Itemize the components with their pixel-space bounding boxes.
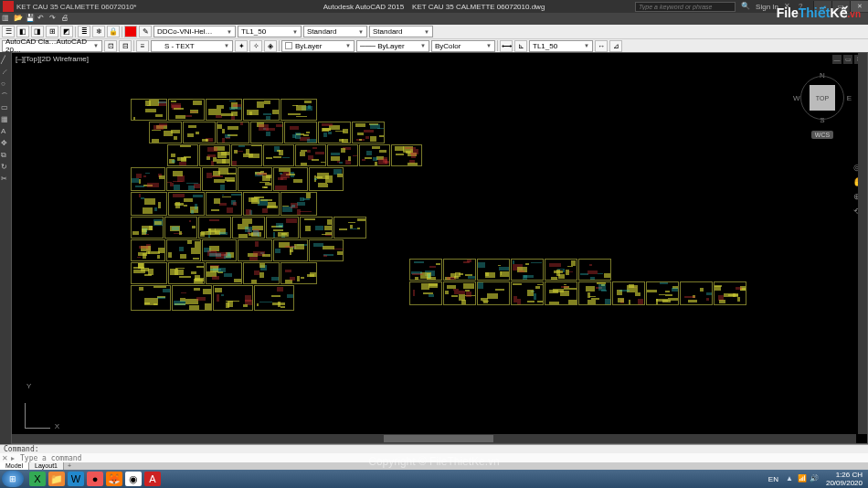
taskbar-autocad-icon[interactable]: A: [144, 472, 161, 486]
drawing-sheet: [281, 192, 317, 216]
tool-icon[interactable]: ⊡: [104, 40, 117, 52]
tool-icon[interactable]: ☰: [2, 26, 15, 37]
tray-network-icon[interactable]: 📶: [798, 474, 807, 483]
drawing-sheet: [352, 122, 385, 143]
layer-props-icon[interactable]: ≡: [136, 40, 149, 52]
taskbar-explorer-icon[interactable]: 📁: [48, 472, 65, 486]
command-input[interactable]: [20, 454, 203, 462]
hatch-tool-icon[interactable]: ▦: [1, 115, 10, 124]
vp-maximize-icon[interactable]: ▭: [843, 55, 852, 64]
polyline-tool-icon[interactable]: ⟋: [1, 68, 10, 77]
taskbar-chrome-icon[interactable]: ◉: [125, 472, 142, 486]
help-search-input[interactable]: [635, 2, 736, 12]
layer-icon[interactable]: ≣: [78, 26, 90, 37]
qat-undo-icon[interactable]: ↶: [37, 14, 48, 24]
drawing-canvas[interactable]: [–][Top][2D Wireframe] — ▭ ✕ N W TOP E S…: [11, 52, 868, 444]
drawing-sheet: [578, 259, 611, 281]
tray-volume-icon[interactable]: 🔊: [810, 474, 819, 483]
ucs-icon[interactable]: Y X: [25, 382, 50, 429]
dim-icon[interactable]: ⟷: [500, 40, 513, 52]
tool-icon[interactable]: ◧: [16, 26, 29, 37]
mlstyle-dropdown[interactable]: Standard▼: [369, 26, 433, 37]
taskbar-excel-icon[interactable]: X: [29, 472, 46, 486]
dimstyle2-dropdown[interactable]: TL1_50▼: [529, 40, 593, 52]
textstyle-dropdown[interactable]: DDCo-VNI-Hel…▼: [153, 26, 236, 37]
drawing-sheet: [409, 259, 442, 281]
taskbar-firefox-icon[interactable]: 🦊: [106, 472, 122, 486]
start-button[interactable]: ⊞: [2, 471, 24, 487]
compass-w: W: [793, 94, 800, 102]
qat-save-icon[interactable]: 💾: [26, 14, 36, 24]
viewport-label[interactable]: [–][Top][2D Wireframe]: [16, 55, 89, 63]
dim-icon[interactable]: ⊾: [514, 40, 527, 52]
system-clock[interactable]: 1:26 CH 20/09/2020: [826, 471, 863, 487]
move-tool-icon[interactable]: ✥: [1, 139, 10, 148]
exchange-icon[interactable]: ✕: [784, 2, 793, 11]
line-tool-icon[interactable]: ╱: [1, 56, 10, 65]
close-button[interactable]: ✕: [850, 1, 868, 12]
qat-new-icon[interactable]: ▥: [2, 14, 12, 24]
layout1-tab[interactable]: Layout1: [29, 462, 64, 470]
horizontal-scrollbar[interactable]: [12, 434, 856, 443]
layer-dropdown[interactable]: S - TEXT▼: [151, 40, 233, 52]
vp-minimize-icon[interactable]: —: [832, 55, 842, 64]
copy-tool-icon[interactable]: ⧉: [1, 151, 10, 160]
drawing-sheet: [131, 239, 165, 261]
maximize-button[interactable]: ▭: [831, 1, 850, 12]
drawing-sheet: [714, 281, 746, 305]
layer-icon[interactable]: 🔒: [107, 26, 120, 37]
minimize-button[interactable]: —: [813, 1, 831, 12]
dim-icon[interactable]: ⊿: [609, 40, 622, 52]
drawing-sheet: [232, 217, 265, 239]
linetype-dropdown[interactable]: ─── ByLayer▼: [356, 40, 429, 52]
lineweight-dropdown[interactable]: ByColor▼: [431, 40, 495, 52]
cmd-prompt-icon: ▸: [11, 454, 20, 462]
qat-plot-icon[interactable]: 🖨: [61, 14, 71, 24]
drawing-sheet: [254, 285, 294, 311]
layer-icon[interactable]: ❄: [92, 26, 105, 37]
tool-icon[interactable]: ✧: [249, 40, 262, 52]
match-icon[interactable]: ✎: [139, 26, 152, 37]
drawing-sheet: [198, 217, 231, 239]
tool-icon[interactable]: ⊞: [46, 26, 58, 37]
tool-icon[interactable]: ⊟: [119, 40, 132, 52]
tool-icon[interactable]: ✦: [235, 40, 248, 52]
tool-icon[interactable]: ◨: [31, 26, 44, 37]
text-tool-icon[interactable]: A: [1, 127, 10, 136]
drawing-sheet: [168, 99, 205, 121]
color-dropdown[interactable]: ByLayer▼: [281, 40, 355, 52]
dimstyle-dropdown[interactable]: TL1_50▼: [238, 26, 302, 37]
viewcube[interactable]: N W TOP E S WCS: [790, 71, 854, 141]
tool-icon[interactable]: ◩: [60, 26, 73, 37]
drawing-sheet: [266, 217, 299, 239]
drawing-sheet: [409, 281, 442, 305]
model-tab[interactable]: Model: [0, 462, 29, 470]
drawing-sheet: [131, 262, 167, 284]
drawing-sheet: [167, 144, 198, 166]
rotate-tool-icon[interactable]: ↻: [1, 163, 10, 172]
tablestyle-dropdown[interactable]: Standard▼: [303, 26, 367, 37]
qat-redo-icon[interactable]: ↷: [49, 14, 59, 24]
vertical-scrollbar[interactable]: [858, 53, 867, 434]
cmd-close-icon[interactable]: ✕: [2, 454, 11, 462]
wcs-badge[interactable]: WCS: [811, 131, 833, 139]
taskbar-app-icon[interactable]: ●: [87, 472, 103, 486]
qat-open-icon[interactable]: 📂: [14, 14, 24, 24]
dim-icon[interactable]: ↔: [595, 40, 608, 52]
document-tab[interactable]: KET CAU 35 CALMETTE 06072010*: [16, 3, 136, 11]
arc-tool-icon[interactable]: ⌒: [1, 91, 10, 101]
rect-tool-icon[interactable]: ▭: [1, 103, 10, 112]
signin-link[interactable]: Sign In: [756, 3, 778, 11]
workspace-dropdown[interactable]: AutoCAD Cla…AutoCAD 20…▼: [2, 40, 102, 52]
search-icon[interactable]: 🔍: [741, 2, 750, 11]
app-icon[interactable]: [3, 1, 14, 12]
tool-icon[interactable]: ◈: [264, 40, 277, 52]
language-indicator[interactable]: EN: [768, 475, 778, 483]
tray-flag-icon[interactable]: ▲: [786, 474, 795, 483]
taskbar-word-icon[interactable]: W: [68, 472, 84, 486]
trim-tool-icon[interactable]: ✂: [1, 175, 10, 184]
help-icon[interactable]: ?: [799, 2, 808, 11]
circle-tool-icon[interactable]: ○: [1, 80, 10, 89]
add-layout-button[interactable]: +: [64, 462, 75, 470]
color-swatch[interactable]: [124, 26, 137, 37]
